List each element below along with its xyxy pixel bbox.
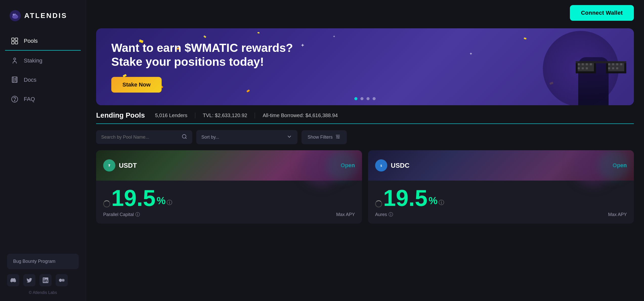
usdc-token-icon: $ [375, 159, 387, 171]
app-name: ATLENDIS [24, 12, 67, 20]
lenders-stat: 5,016 Lenders [155, 113, 195, 118]
stake-now-button[interactable]: Stake Now [111, 77, 162, 93]
star-1: ✦ [300, 42, 305, 48]
bug-bounty-button[interactable]: Bug Bounty Program [7, 254, 79, 269]
usdc-provider-label: Aures ⓘ [375, 211, 393, 218]
svg-rect-5 [12, 38, 14, 40]
atlendis-logo-icon [9, 10, 21, 22]
usdt-token-name: USDT [119, 162, 137, 169]
search-container [96, 130, 192, 144]
main-content: Connect Wallet ✦ ✦ ✦ Want to e [86, 0, 644, 301]
svg-point-4 [15, 14, 16, 15]
borrowed-stat: All-time Borrowed: $4,616,388.94 [255, 113, 345, 118]
usdc-max-apy-label: Max APY [608, 212, 627, 217]
show-filters-button[interactable]: Show Filters [302, 130, 347, 144]
sidebar-item-pools[interactable]: Pools [5, 32, 81, 51]
usdc-provider-info-icon: ⓘ [389, 211, 393, 218]
pool-card-header-usdc: $ USDC Open [368, 150, 634, 181]
search-icon [182, 134, 187, 140]
pools-title: Lending Pools [96, 111, 145, 119]
svg-text:$: $ [380, 164, 382, 167]
docs-icon [10, 75, 19, 84]
linkedin-icon[interactable] [39, 274, 52, 286]
svg-point-37 [182, 135, 186, 138]
pools-icon [10, 36, 19, 46]
svg-point-41 [336, 136, 337, 137]
svg-rect-36 [616, 67, 618, 69]
sort-label: Sort by... [201, 135, 283, 140]
connect-wallet-button[interactable]: Connect Wallet [570, 5, 634, 21]
provider-info-icon: ⓘ [135, 211, 140, 218]
filter-lines-icon [335, 134, 341, 141]
pool-card-body-usdt: 19.5 % ⓘ Parallel Capital ⓘ Max APY [96, 181, 362, 224]
pool-card-body-usdc: 19.5 % ⓘ Aures ⓘ Max APY [368, 181, 634, 224]
search-input[interactable] [101, 135, 179, 140]
banner-dots [354, 97, 376, 100]
banner-dot-3[interactable] [367, 97, 370, 100]
banner: ✦ ✦ ✦ Want to earn $WMATIC rewards? Stak… [96, 28, 634, 105]
bug-bounty-label: Bug Bounty Program [13, 259, 55, 264]
pool-token-usdc: $ USDC [375, 159, 410, 171]
usdc-token-name: USDC [391, 162, 410, 169]
staking-label: Staking [24, 57, 42, 64]
banner-dot-1[interactable] [354, 97, 357, 100]
blob-decoration-2-usdt [327, 150, 357, 181]
pools-grid: ₮ USDT Open 19.5 % ⓘ [96, 150, 634, 224]
svg-point-9 [14, 58, 16, 60]
svg-rect-21 [578, 63, 580, 65]
usdt-provider-label: Parallel Capital ⓘ [103, 211, 140, 218]
faq-label: FAQ [24, 96, 35, 102]
svg-rect-25 [578, 67, 580, 69]
sort-dropdown[interactable]: Sort by... [196, 130, 297, 144]
sidebar-item-staking[interactable]: Staking [5, 52, 81, 70]
svg-rect-31 [612, 63, 614, 65]
banner-illustration [518, 28, 634, 105]
pool-apy-usdc: 19.5 % ⓘ [375, 187, 627, 209]
logo-area: ATLENDIS [0, 0, 86, 32]
filter-bar: Sort by... Show Filters [96, 130, 634, 144]
twitter-icon[interactable] [23, 274, 35, 286]
banner-dot-4[interactable] [373, 97, 376, 100]
usdt-apy-info-icon: ⓘ [167, 199, 172, 209]
banner-content: Want to earn $WMATIC rewards? Stake your… [111, 41, 293, 93]
star-3: ✦ [469, 51, 473, 56]
sidebar: ATLENDIS Pools Staking [0, 0, 86, 301]
confetti-6 [257, 32, 260, 34]
pools-label: Pools [24, 38, 38, 44]
svg-rect-6 [15, 38, 18, 40]
sidebar-item-docs[interactable]: Docs [5, 71, 81, 89]
svg-rect-30 [608, 63, 610, 65]
pools-section: Lending Pools 5,016 Lenders TVL: $2,633,… [86, 111, 644, 301]
sort-chevron-icon [286, 134, 292, 141]
usdc-apy-info-icon: ⓘ [439, 199, 444, 209]
medium-icon[interactable] [56, 274, 68, 286]
svg-point-2 [13, 14, 15, 16]
sidebar-item-faq[interactable]: FAQ [5, 90, 81, 108]
banner-dot-2[interactable] [360, 97, 363, 100]
pool-card-usdc[interactable]: $ USDC Open 19.5 % ⓘ [368, 150, 634, 224]
staking-icon [10, 56, 19, 65]
usdc-apy-percent: % [428, 195, 438, 209]
svg-rect-32 [616, 63, 618, 65]
sidebar-nav: Pools Staking Do [0, 32, 86, 248]
svg-rect-34 [608, 67, 610, 69]
svg-point-43 [338, 138, 339, 139]
faq-icon [10, 95, 19, 104]
discord-icon[interactable] [7, 274, 19, 286]
sidebar-bottom: Bug Bounty Program [0, 248, 86, 301]
pool-apy-usdt: 19.5 % ⓘ [103, 187, 355, 209]
pool-token-usdt: ₮ USDT [103, 159, 137, 171]
pixel-sunglasses [576, 56, 626, 77]
svg-rect-26 [582, 67, 584, 69]
pools-stats: 5,016 Lenders TVL: $2,633,120.92 All-tim… [155, 113, 345, 118]
pool-info-row-usdc: Aures ⓘ Max APY [375, 211, 627, 218]
apy-loading-spinner-usdc [375, 200, 382, 207]
pool-card-usdt[interactable]: ₮ USDT Open 19.5 % ⓘ [96, 150, 362, 224]
svg-point-17 [14, 100, 15, 101]
usdt-apy-value: 19.5 [111, 187, 156, 209]
banner-section: ✦ ✦ ✦ Want to earn $WMATIC rewards? Stak… [86, 26, 644, 111]
copyright-text: © Atlendis Labs [7, 290, 79, 295]
svg-rect-22 [582, 63, 584, 65]
usdt-token-icon: ₮ [103, 159, 115, 171]
header: Connect Wallet [86, 0, 644, 26]
